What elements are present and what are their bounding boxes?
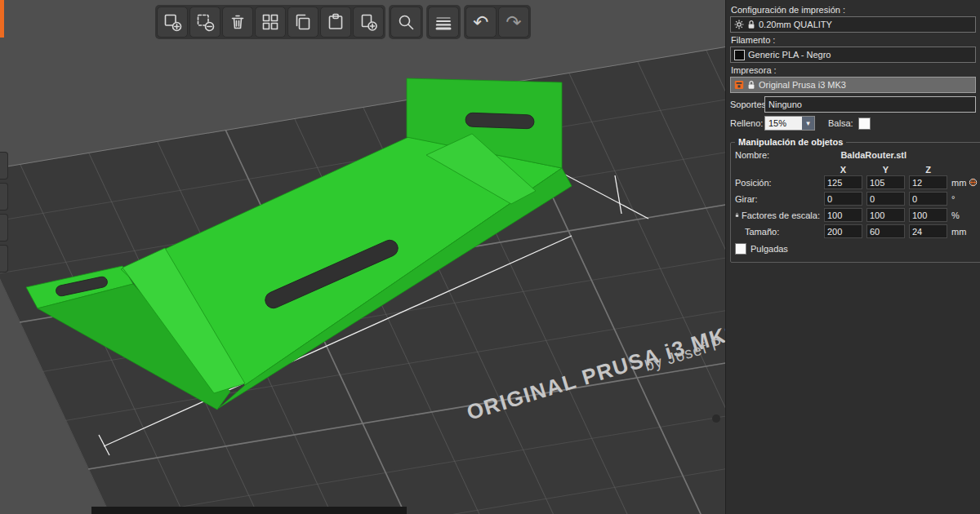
toolbar-group-layers xyxy=(426,5,461,39)
redo-button[interactable]: ↷ xyxy=(498,7,529,38)
add-icon xyxy=(163,12,182,32)
trash-icon xyxy=(228,12,247,32)
copy-button[interactable] xyxy=(287,7,318,38)
rotation-unit: ° xyxy=(951,194,955,204)
toolbar-group-history: ↶ ↷ xyxy=(464,5,531,39)
slot-right xyxy=(466,113,535,129)
rotation-label: Girar: xyxy=(735,194,820,204)
delete-all-button[interactable] xyxy=(222,7,253,38)
printer-label: Impresora : xyxy=(731,65,976,75)
filament-combo[interactable]: Generic PLA - Negro xyxy=(730,47,976,63)
size-unit: mm xyxy=(951,227,966,237)
object-manipulation-title: Manipulación de objetos xyxy=(735,137,846,147)
coordinate-space-icon[interactable] xyxy=(969,178,978,187)
add-button[interactable] xyxy=(157,7,188,38)
lock-icon xyxy=(747,20,755,29)
print-settings-combo[interactable]: 0.20mm QUALITY xyxy=(730,16,976,33)
rotation-row: Girar: ° xyxy=(735,192,978,206)
size-x-input[interactable] xyxy=(824,224,862,238)
scale-y-input[interactable] xyxy=(866,208,905,222)
redo-icon: ↷ xyxy=(506,13,521,32)
scale-x-input[interactable] xyxy=(824,208,862,222)
rotation-z-input[interactable] xyxy=(909,192,947,206)
bottom-toolbar-strip xyxy=(91,507,407,514)
printer-value: Original Prusa i3 MK3 xyxy=(759,80,846,90)
settings-sidebar: Configuración de impresión : 0.20mm QUAL… xyxy=(725,0,980,514)
left-toolbar-button-3[interactable] xyxy=(0,214,8,241)
size-y-input[interactable] xyxy=(866,224,905,238)
variable-layer-height-button[interactable] xyxy=(428,7,459,38)
object-name-label: Nombre: xyxy=(735,150,769,160)
supports-value: Ninguno xyxy=(768,100,802,109)
uniform-scale-lock-icon[interactable] xyxy=(735,210,739,219)
position-label: Posición: xyxy=(735,178,820,188)
layers-icon xyxy=(434,12,453,32)
printer-icon xyxy=(734,80,744,90)
position-unit: mm xyxy=(951,178,966,188)
printer-combo[interactable]: Original Prusa i3 MK3 xyxy=(730,77,976,93)
undo-icon: ↶ xyxy=(473,13,488,32)
toolbar-group-search xyxy=(389,5,423,39)
infill-label: Relleno: xyxy=(730,118,764,128)
paste-icon xyxy=(326,12,345,32)
collapse-sidebar-handle[interactable] xyxy=(0,0,4,38)
scale-unit: % xyxy=(951,210,960,220)
left-toolbar-button-1[interactable] xyxy=(0,152,8,179)
print-settings-label: Configuración de impresión : xyxy=(731,5,976,15)
bed-screw-hole xyxy=(712,414,720,423)
3d-viewport[interactable]: ORIGINAL PRUSA i3 MK3 by Josef P xyxy=(0,0,725,514)
scale-row: Factores de escala: % xyxy=(735,208,978,222)
infill-combo[interactable]: 15% ▾ xyxy=(764,116,815,131)
left-toolbar-button-2[interactable] xyxy=(0,183,8,210)
rotation-y-input[interactable] xyxy=(866,192,905,206)
undo-button[interactable]: ↶ xyxy=(466,7,497,38)
top-toolbar: ↶ ↷ xyxy=(155,5,531,39)
copy-icon xyxy=(293,12,313,32)
axis-header-z: Z xyxy=(909,165,947,175)
raft-label: Balsa: xyxy=(828,118,853,128)
search-button[interactable] xyxy=(390,7,421,38)
scale-label: Factores de escala: xyxy=(742,210,820,220)
raft-checkbox[interactable] xyxy=(858,117,871,130)
toolbar-group-model xyxy=(155,5,385,39)
filament-value: Generic PLA - Negro xyxy=(748,50,831,60)
size-z-input[interactable] xyxy=(909,224,947,238)
lock-icon xyxy=(747,80,755,90)
chevron-down-icon: ▾ xyxy=(802,117,814,130)
size-row: Tamaño: mm xyxy=(735,224,978,238)
rotation-x-input[interactable] xyxy=(824,192,862,206)
object-manipulation-group: Manipulación de objetos Nombre: BaldaRou… xyxy=(730,137,980,263)
position-z-input[interactable] xyxy=(909,175,947,189)
infill-value: 15% xyxy=(765,118,802,128)
filament-color-swatch xyxy=(734,50,745,60)
inches-checkbox[interactable] xyxy=(735,243,746,255)
position-row: Posición: mm xyxy=(735,175,978,189)
delete-icon xyxy=(195,12,215,32)
delete-button[interactable] xyxy=(189,7,220,38)
size-label: Tamaño: xyxy=(735,227,820,237)
position-x-input[interactable] xyxy=(824,175,862,189)
instances-icon xyxy=(359,12,378,32)
filament-label: Filamento : xyxy=(731,35,976,45)
scale-z-input[interactable] xyxy=(909,208,947,222)
object-name-value: BaldaRouter.stl xyxy=(769,150,978,160)
axis-header-x: X xyxy=(824,165,862,175)
gear-icon xyxy=(734,20,744,29)
bed-scene: ORIGINAL PRUSA i3 MK3 by Josef P xyxy=(0,0,725,514)
left-toolbar-button-4[interactable] xyxy=(0,245,8,273)
axis-header-y: Y xyxy=(866,165,905,175)
supports-label: Soportes: xyxy=(730,100,764,109)
instances-button[interactable] xyxy=(353,7,384,38)
prusaslicer-window: ORIGINAL PRUSA i3 MK3 by Josef P xyxy=(0,0,980,514)
arrange-icon xyxy=(261,12,280,32)
search-icon xyxy=(396,12,416,32)
arrange-button[interactable] xyxy=(255,7,286,38)
paste-button[interactable] xyxy=(320,7,351,38)
supports-combo[interactable]: Ninguno xyxy=(764,96,976,113)
print-settings-value: 0.20mm QUALITY xyxy=(759,20,832,29)
position-y-input[interactable] xyxy=(866,175,905,189)
inches-label: Pulgadas xyxy=(751,244,788,254)
